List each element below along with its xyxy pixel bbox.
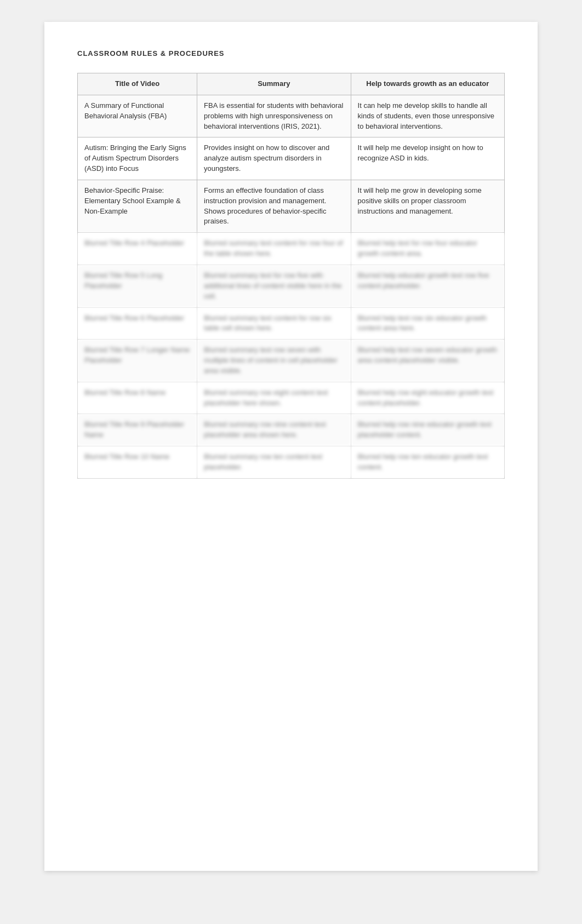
cell-title: Blurred Title Row 7 Longer Name Placehol… [78, 340, 197, 382]
table-row: Blurred Title Row 7 Longer Name Placehol… [78, 340, 505, 382]
cell-title: Blurred Title Row 6 Placeholder [78, 307, 197, 340]
cell-summary: FBA is essential for students with behav… [197, 95, 351, 137]
cell-help: Blurred help text row seven educator gro… [351, 340, 504, 382]
cell-title: Blurred Title Row 9 Placeholder Name [78, 414, 197, 446]
cell-help: It will help me grow in developing some … [351, 180, 504, 232]
cell-help: Blurred help row nine educator growth te… [351, 414, 504, 446]
cell-title: Blurred Title Row 4 Placeholder [78, 233, 197, 265]
cell-help: Blurred help text row six educator growt… [351, 307, 504, 340]
col-header-title: Title of Video [78, 73, 197, 95]
table-row: Blurred Title Row 4 PlaceholderBlurred s… [78, 233, 505, 265]
table-row: A Summary of Functional Behavioral Analy… [78, 95, 505, 137]
table-row: Autism: Bringing the Early Signs of Auti… [78, 137, 505, 180]
cell-help: It can help me develop skills to handle … [351, 95, 504, 137]
cell-title: Blurred Title Row 8 Name [78, 382, 197, 414]
cell-help: Blurred help row ten educator growth tex… [351, 446, 504, 479]
cell-help: Blurred help text for row four educator … [351, 233, 504, 265]
table-row: Blurred Title Row 10 NameBlurred summary… [78, 446, 505, 479]
table-row: Blurred Title Row 6 PlaceholderBlurred s… [78, 307, 505, 340]
cell-title: Autism: Bringing the Early Signs of Auti… [78, 137, 197, 180]
cell-summary: Blurred summary row ten content text pla… [197, 446, 351, 479]
page-container: CLASSROOM RULES & PROCEDURES Title of Vi… [44, 22, 538, 871]
video-table: Title of Video Summary Help towards grow… [77, 73, 505, 479]
table-row: Behavior-Specific Praise: Elementary Sch… [78, 180, 505, 232]
cell-summary: Provides insight on how to discover and … [197, 137, 351, 180]
cell-summary: Blurred summary text content for row fou… [197, 233, 351, 265]
cell-help: Blurred help row eight educator growth t… [351, 382, 504, 414]
cell-help: Blurred help educator growth text row fi… [351, 265, 504, 307]
cell-title: Behavior-Specific Praise: Elementary Sch… [78, 180, 197, 232]
cell-summary: Forms an effective foundation of class i… [197, 180, 351, 232]
col-header-summary: Summary [197, 73, 351, 95]
cell-summary: Blurred summary row nine content text pl… [197, 414, 351, 446]
cell-title: Blurred Title Row 10 Name [78, 446, 197, 479]
cell-title: A Summary of Functional Behavioral Analy… [78, 95, 197, 137]
cell-summary: Blurred summary text for row five with a… [197, 265, 351, 307]
table-row: Blurred Title Row 5 Long PlaceholderBlur… [78, 265, 505, 307]
col-header-help: Help towards growth as an educator [351, 73, 504, 95]
cell-summary: Blurred summary text content for row six… [197, 307, 351, 340]
table-row: Blurred Title Row 8 NameBlurred summary … [78, 382, 505, 414]
cell-title: Blurred Title Row 5 Long Placeholder [78, 265, 197, 307]
cell-summary: Blurred summary text row seven with mult… [197, 340, 351, 382]
page-title: CLASSROOM RULES & PROCEDURES [77, 49, 505, 58]
table-row: Blurred Title Row 9 Placeholder NameBlur… [78, 414, 505, 446]
cell-help: It will help me develop insight on how t… [351, 137, 504, 180]
cell-summary: Blurred summary row eight content text p… [197, 382, 351, 414]
